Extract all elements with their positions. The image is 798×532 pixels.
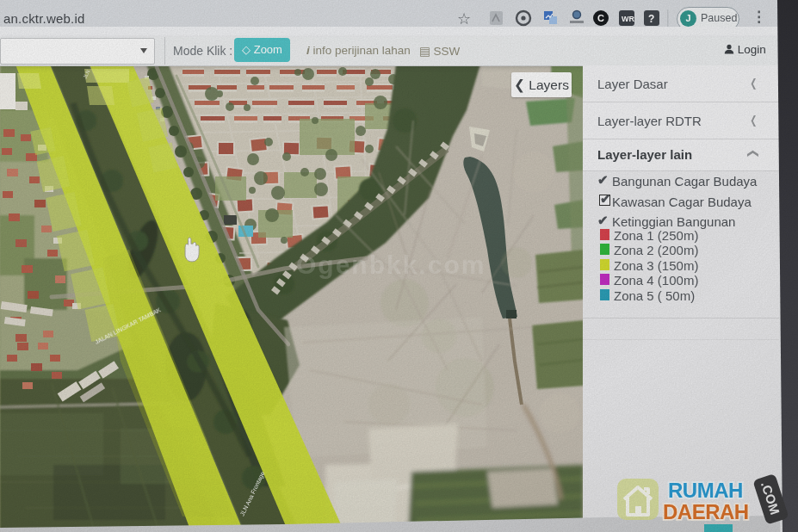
svg-text:WR: WR [622,15,634,23]
svg-text:Ogenbkk.com: Ogenbkk.com [296,251,486,279]
svg-text:RUMAH: RUMAH [668,479,743,502]
svg-text:DAERAH: DAERAH [663,500,749,523]
svg-text:C: C [597,13,604,23]
svg-text:?: ? [648,13,654,25]
